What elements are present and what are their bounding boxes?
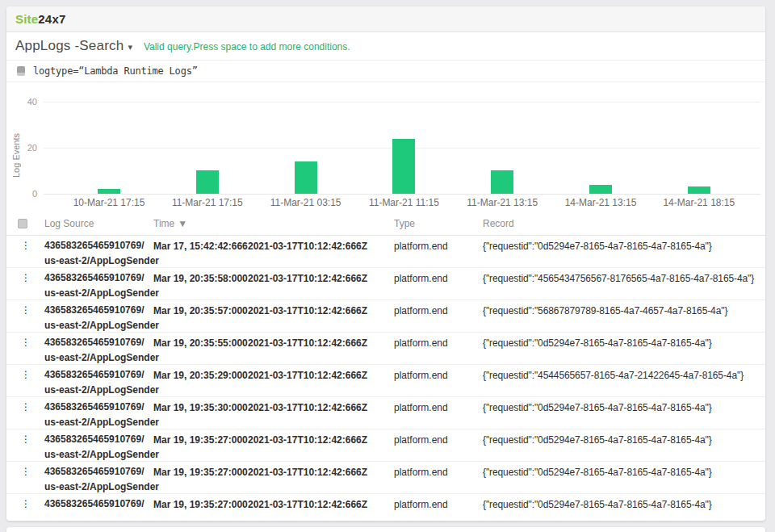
row-menu-icon[interactable]: ⋮ (21, 272, 31, 283)
row-menu-icon[interactable]: ⋮ (21, 240, 31, 251)
time-cell: Mar 19, 19:35:27:000 (153, 467, 248, 478)
title-row: AppLogs -Search ▾ Valid query.Press spac… (6, 32, 765, 61)
table-row[interactable]: ⋮ 436583265465910769/ Mar 19, 19:35:27:0… (6, 494, 765, 521)
logo-24x7-text: 24x7 (38, 12, 65, 26)
column-header-type[interactable]: Type (394, 218, 415, 229)
type-cell: platform.end (394, 499, 448, 510)
clipboard-icon (17, 66, 25, 76)
type-cell: platform.end (394, 273, 448, 284)
log-events-bar[interactable] (688, 186, 710, 194)
log-events-bar[interactable] (491, 170, 513, 194)
iso-time-cell: 2021-03-17T10:12:42:666Z (248, 273, 367, 284)
table-row[interactable]: ⋮ 436583265465910769/us-east-2/AppLogSen… (6, 429, 765, 462)
record-cell: {"requestid":"4544565657-8165-4a7-214226… (483, 370, 744, 381)
record-cell: {"requestid":"56867879789-8165-4a7-4657-… (483, 305, 727, 316)
log-source-line1: 436583265465910769/ (44, 498, 144, 509)
log-source-line2: us-east-2/AppLogSender (44, 417, 159, 428)
type-cell: platform.end (394, 370, 448, 381)
table-row[interactable]: ⋮ 436583265465910769/us-east-2/AppLogSen… (6, 462, 765, 494)
type-cell: platform.end (394, 467, 448, 478)
log-events-bar[interactable] (196, 170, 219, 194)
y-axis-tick: 20 (6, 143, 37, 153)
chart: Log Events 4020010-Mar-21 17:1511-Mar-21… (6, 82, 765, 212)
row-menu-icon[interactable]: ⋮ (21, 498, 31, 509)
time-cell: Mar 19, 20:35:58:000 (153, 273, 248, 284)
x-axis-tick-label: 11-Mar-21 03:15 (270, 197, 341, 208)
app-root: { "brand": { "site": "Site", "rest": "24… (0, 0, 775, 532)
time-cell: Mar 19, 19:35:30:000 (153, 402, 248, 413)
query-valid-hint: Valid query.Press space to add more cond… (144, 41, 350, 52)
iso-time-cell: 2021-03-17T10:12:42:666Z (248, 337, 367, 349)
y-axis-tick: 0 (6, 189, 37, 199)
time-cell: Mar 19, 19:35:27:000 (153, 434, 248, 446)
time-cell: Mar 17, 15:42:42:666 (153, 241, 248, 252)
iso-time-cell: 2021-03-17T10:12:42:666Z (248, 305, 367, 316)
site24x7-logo[interactable]: Site24x7 (15, 12, 65, 26)
record-cell: {"requestid":"0d5294e7-8165-4a7-8165-4a7… (483, 241, 712, 252)
log-events-bar[interactable] (98, 189, 120, 194)
iso-time-cell: 2021-03-17T10:12:42:666Z (248, 467, 367, 478)
search-query-input[interactable]: logtype=“Lambda Runtime Logs” (33, 65, 198, 77)
table-row[interactable]: ⋮ 436583265465910769/us-east-2/AppLogSen… (6, 397, 765, 429)
iso-time-cell: 2021-03-17T10:12:42:666Z (248, 499, 367, 510)
log-source-line1: 436583265465910769/ (44, 337, 144, 348)
row-menu-icon[interactable]: ⋮ (21, 434, 31, 445)
time-cell: Mar 19, 19:35:27:000 (153, 499, 248, 510)
x-axis-tick-label: 14-Mar-21 18:15 (663, 197, 735, 208)
next-panel-edge (6, 527, 765, 532)
record-cell: {"requestid":"0d5294e7-8165-4a7-8165-4a7… (483, 337, 712, 349)
log-events-bar[interactable] (295, 161, 317, 194)
row-menu-icon[interactable]: ⋮ (21, 401, 31, 413)
log-source-line1: 436583265465910769/ (44, 369, 144, 380)
iso-time-cell: 2021-03-17T10:12:42:666Z (248, 402, 367, 413)
table-body: ⋮ 436583265465910769/us-east-2/AppLogSen… (6, 236, 765, 521)
log-source-line1: 436583265465910769/ (44, 272, 144, 283)
logo-site-text: Site (15, 12, 38, 26)
y-axis-tick: 40 (6, 97, 37, 107)
table-row[interactable]: ⋮ 436583265465910769/us-east-2/AppLogSen… (6, 365, 765, 397)
x-axis-tick-label: 10-Mar-21 17:15 (73, 197, 145, 208)
x-axis-tick-label: 14-Mar-21 13:15 (565, 197, 637, 208)
table-row[interactable]: ⋮ 436583265465910769/us-east-2/AppLogSen… (6, 236, 765, 268)
time-cell: Mar 19, 20:35:29:000 (153, 370, 248, 381)
type-cell: platform.end (394, 337, 448, 349)
time-header-label: Time (153, 218, 174, 229)
iso-time-cell: 2021-03-17T10:12:42:666Z (248, 370, 367, 381)
main-panel: Site24x7 AppLogs -Search ▾ Valid query.P… (6, 6, 765, 521)
record-cell: {"requestid":"0d5294e7-8165-4a7-8165-4a7… (483, 402, 712, 413)
table-row[interactable]: ⋮ 436583265465910769/us-east-2/AppLogSen… (6, 333, 765, 365)
column-header-time[interactable]: Time▼ (153, 218, 187, 229)
log-source-line2: us-east-2/AppLogSender (44, 352, 159, 363)
x-axis-tick-label: 11-Mar-21 11:15 (369, 197, 439, 208)
log-source-line1: 436583265465910769/ (44, 304, 144, 316)
log-source-line2: us-east-2/AppLogSender (44, 384, 159, 396)
select-all-checkbox[interactable] (18, 219, 27, 228)
log-source-line1: 436583265465910769/ (44, 466, 144, 477)
column-header-log-source[interactable]: Log Source (44, 218, 94, 229)
row-menu-icon[interactable]: ⋮ (21, 337, 31, 348)
record-cell: {"requestid":"0d5294e7-8165-4a7-8165-4a7… (483, 467, 712, 478)
row-menu-icon[interactable]: ⋮ (21, 304, 31, 316)
x-axis-tick-label: 11-Mar-21 17:15 (172, 197, 243, 208)
column-header-record[interactable]: Record (483, 218, 514, 229)
log-source-line2: us-east-2/AppLogSender (44, 449, 159, 460)
time-cell: Mar 19, 20:35:57:000 (153, 305, 248, 316)
chevron-down-icon[interactable]: ▾ (128, 42, 132, 52)
sort-desc-icon: ▼ (178, 218, 187, 229)
x-axis-tick-label: 11-Mar-21 13:15 (467, 197, 538, 208)
row-menu-icon[interactable]: ⋮ (21, 466, 31, 477)
table-row[interactable]: ⋮ 436583265465910769/us-east-2/AppLogSen… (6, 300, 765, 333)
page-title[interactable]: AppLogs -Search (15, 38, 124, 54)
log-events-bar[interactable] (589, 185, 612, 194)
type-cell: platform.end (394, 305, 448, 316)
log-events-bar[interactable] (392, 139, 415, 194)
time-cell: Mar 19, 20:35:55:000 (153, 337, 248, 349)
log-source-line2: us-east-2/AppLogSender (44, 320, 159, 331)
chart-gridline (44, 102, 760, 103)
table-row[interactable]: ⋮ 436583265465910769/us-east-2/AppLogSen… (6, 268, 765, 300)
table-header: Log Source Time▼ Type Record (6, 212, 765, 236)
chart-gridline (44, 194, 760, 195)
query-bar[interactable]: logtype=“Lambda Runtime Logs” (6, 61, 765, 82)
log-source-line2: us-east-2/AppLogSender (44, 481, 159, 492)
row-menu-icon[interactable]: ⋮ (21, 369, 31, 380)
